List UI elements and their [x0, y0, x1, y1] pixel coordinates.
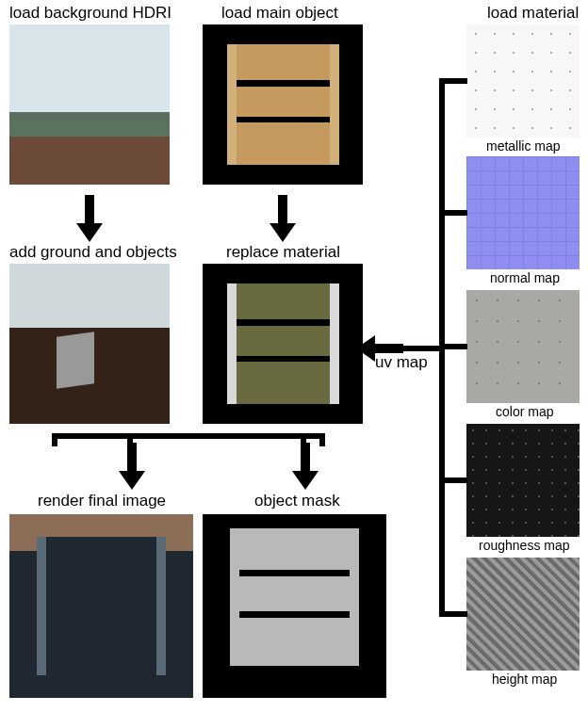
label-height-map: height map — [492, 672, 557, 687]
bunkbed-dark-icon — [37, 537, 166, 674]
label-add-ground: add ground and objects — [9, 243, 177, 262]
thumbnail-replaced-material — [203, 264, 363, 424]
thumbnail-metallic-map — [466, 24, 580, 138]
label-replace-material: replace material — [226, 243, 340, 262]
materials-tick-color — [439, 344, 467, 349]
thumbnail-object-mask — [203, 514, 386, 698]
materials-bus-to-uv — [403, 346, 439, 351]
label-uvmap: uv map — [375, 353, 428, 372]
connector-hline — [52, 433, 325, 439]
materials-tick-metallic — [439, 78, 467, 84]
label-load-material: load material — [487, 4, 579, 23]
label-object-mask: object mask — [254, 492, 340, 510]
label-load-hdri: load background HDRI — [9, 4, 172, 23]
label-color-map: color map — [496, 404, 553, 419]
thumbnail-roughness-map — [466, 424, 580, 537]
label-render-final: render final image — [38, 492, 166, 510]
thumbnail-hdri — [9, 24, 170, 185]
connector-mid-left — [127, 433, 133, 445]
label-roughness-map: roughness map — [479, 538, 570, 553]
thumbnail-final-render — [9, 514, 193, 698]
thumbnail-main-object — [203, 24, 363, 185]
bunkbed-mask-icon — [230, 528, 359, 666]
label-load-object: load main object — [221, 4, 338, 23]
thumbnail-normal-map — [466, 156, 580, 269]
connector-vline-right — [319, 433, 325, 446]
label-metallic-map: metallic map — [486, 138, 561, 154]
bunkbed-metallic-icon — [227, 283, 339, 404]
bunkbed-icon — [227, 44, 339, 165]
label-normal-map: normal map — [490, 270, 560, 285]
thumbnail-height-map — [466, 558, 580, 671]
materials-tick-height — [439, 611, 467, 617]
materials-tick-roughness — [439, 477, 467, 483]
connector-mid-right — [301, 433, 306, 445]
connector-vline-left — [52, 433, 57, 446]
materials-tick-normal — [439, 210, 467, 216]
thumbnail-color-map — [466, 290, 580, 403]
thumbnail-ground-objects — [9, 264, 170, 424]
